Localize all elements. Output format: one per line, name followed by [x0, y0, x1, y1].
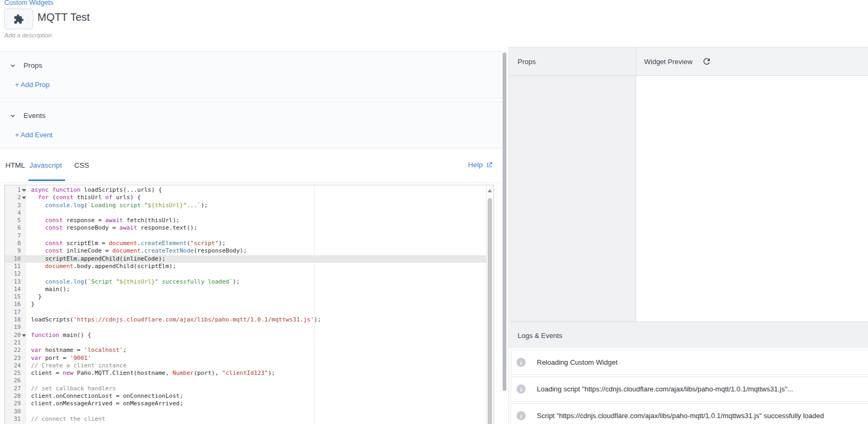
breadcrumb[interactable]: Custom Widgets: [4, 0, 53, 6]
gutter-line-number[interactable]: 7: [5, 232, 26, 240]
gutter-line-number[interactable]: 15: [5, 293, 26, 301]
info-icon: i: [517, 358, 526, 367]
code-line[interactable]: console.log(`Script "${thisUrl}" success…: [26, 278, 487, 286]
gutter-line-number[interactable]: 3: [5, 202, 26, 209]
log-entry-text: Loading script "https://cdnjs.cloudflare…: [537, 385, 793, 393]
tab-javascript[interactable]: Javascript: [29, 161, 62, 169]
code-line[interactable]: [26, 270, 487, 278]
props-section: Props + Add Prop: [0, 51, 503, 98]
page-title: MQTT Test: [37, 11, 90, 23]
code-line[interactable]: [26, 377, 487, 384]
code-line[interactable]: }: [26, 301, 487, 308]
code-line[interactable]: [26, 232, 487, 240]
code-line[interactable]: [26, 309, 487, 316]
code-fold-icon[interactable]: [22, 197, 26, 199]
description-placeholder[interactable]: Add a description: [4, 32, 52, 38]
editor-code-area[interactable]: async function loadScripts(...urls) { fo…: [26, 185, 487, 424]
code-line[interactable]: }: [26, 293, 487, 301]
code-line[interactable]: client = new Paho.MQTT.Client(hostname, …: [26, 370, 487, 377]
widget-preview-body: [636, 76, 868, 321]
code-line[interactable]: main();: [26, 286, 487, 293]
chevron-down-icon: [10, 113, 16, 119]
code-line[interactable]: scriptElm.appendChild(inlineCode);: [26, 255, 487, 263]
events-section: Events + Add Event: [0, 101, 503, 148]
events-section-toggle[interactable]: Events: [10, 112, 45, 120]
props-section-toggle[interactable]: Props: [10, 61, 42, 69]
code-line[interactable]: client.onConnectionLost = onConnectionLo…: [26, 392, 487, 400]
code-line[interactable]: async function loadScripts(...urls) {: [26, 186, 487, 194]
gutter-line-number[interactable]: 25: [5, 370, 26, 377]
gutter-line-number[interactable]: 9: [5, 247, 26, 255]
gutter-line-number[interactable]: 31: [5, 415, 26, 423]
log-entry: i Reloading Custom Widget: [511, 350, 868, 375]
info-icon: i: [517, 411, 526, 420]
log-entry-text: Script "https://cdnjs.cloudflare.com/aja…: [537, 412, 824, 420]
gutter-line-number[interactable]: 20: [5, 332, 26, 339]
gutter-line-number[interactable]: 23: [5, 355, 26, 362]
help-link[interactable]: Help: [468, 161, 493, 169]
gutter-line-number[interactable]: 27: [5, 385, 26, 392]
code-line[interactable]: const scriptElm = document.createElement…: [26, 240, 487, 247]
code-line[interactable]: // set callback handlers: [26, 385, 487, 392]
gutter-line-number[interactable]: 21: [5, 339, 26, 347]
code-line[interactable]: document.body.appendChild(scriptElm);: [26, 263, 487, 270]
scroll-up-arrow-icon[interactable]: [488, 189, 492, 192]
puzzle-icon: [13, 14, 24, 25]
gutter-line-number[interactable]: 2: [5, 194, 26, 201]
gutter-line-number[interactable]: 26: [5, 377, 26, 384]
gutter-line-number[interactable]: 6: [5, 224, 26, 232]
tab-css[interactable]: CSS: [74, 161, 89, 169]
logs-events-body: i Reloading Custom Widget i Loading scri…: [509, 348, 868, 424]
logs-events-title: Logs & Events: [518, 332, 562, 340]
code-line[interactable]: [26, 408, 487, 415]
editor-scrollbar-thumb[interactable]: [488, 198, 492, 424]
pane-scrollbar-thumb[interactable]: [503, 52, 506, 391]
code-line[interactable]: var port = '9001': [26, 355, 487, 362]
gutter-line-number[interactable]: 14: [5, 286, 26, 293]
code-fold-icon[interactable]: [22, 189, 26, 192]
gutter-line-number[interactable]: 13: [5, 278, 26, 286]
code-line[interactable]: // connect the client: [26, 415, 487, 423]
gutter-line-number[interactable]: 24: [5, 362, 26, 370]
code-line[interactable]: const response = await fetch(thisUrl);: [26, 217, 487, 224]
code-editor[interactable]: 1234567891011121314151617181920212223242…: [4, 185, 494, 424]
gutter-line-number[interactable]: 1: [5, 186, 26, 194]
add-event-button[interactable]: + Add Event: [15, 131, 52, 139]
info-icon: i: [517, 384, 526, 394]
code-line[interactable]: const responseBody = await response.text…: [26, 224, 487, 232]
code-line[interactable]: // Create a client instance: [26, 362, 487, 370]
gutter-line-number[interactable]: 18: [5, 316, 26, 324]
gutter-line-number[interactable]: 28: [5, 392, 26, 400]
gutter-line-number[interactable]: 4: [5, 209, 26, 217]
widget-preview-title: Widget Preview: [644, 58, 692, 66]
code-line[interactable]: var hostname = 'localhost';: [26, 347, 487, 354]
gutter-line-number[interactable]: 8: [5, 240, 26, 247]
add-prop-button[interactable]: + Add Prop: [15, 81, 50, 89]
widget-icon-button[interactable]: [4, 9, 33, 29]
gutter-line-number[interactable]: 30: [5, 408, 26, 415]
code-line[interactable]: console.log(`Loading script "${thisUrl}"…: [26, 202, 487, 209]
editor-scrollbar[interactable]: [486, 185, 494, 424]
gutter-line-number[interactable]: 19: [5, 324, 26, 331]
code-line[interactable]: [26, 209, 487, 217]
code-line[interactable]: client.onMessageArrived = onMessageArriv…: [26, 400, 487, 407]
gutter-line-number[interactable]: 5: [5, 217, 26, 224]
tab-html[interactable]: HTML: [5, 161, 25, 169]
code-fold-icon[interactable]: [22, 334, 26, 337]
gutter-line-number[interactable]: 22: [5, 347, 26, 354]
code-line[interactable]: loadScripts('https://cdnjs.cloudflare.co…: [26, 316, 487, 324]
refresh-preview-button[interactable]: [702, 57, 711, 66]
code-line[interactable]: [26, 324, 487, 331]
code-line[interactable]: function main() {: [26, 332, 487, 339]
gutter-line-number[interactable]: 29: [5, 400, 26, 407]
gutter-line-number[interactable]: 16: [5, 301, 26, 308]
gutter-line-number[interactable]: 10: [5, 255, 26, 263]
gutter-line-number[interactable]: 11: [5, 263, 26, 270]
code-line[interactable]: [26, 339, 487, 347]
gutter-line-number[interactable]: 17: [5, 309, 26, 316]
code-line[interactable]: for (const thisUrl of urls) {: [26, 194, 487, 201]
custom-widget-editor: Custom Widgets MQTT Test Add a descripti…: [0, 0, 868, 424]
gutter-line-number[interactable]: 12: [5, 270, 26, 278]
code-line[interactable]: const inlineCode = document.createTextNo…: [26, 247, 487, 255]
refresh-icon: [702, 57, 711, 66]
